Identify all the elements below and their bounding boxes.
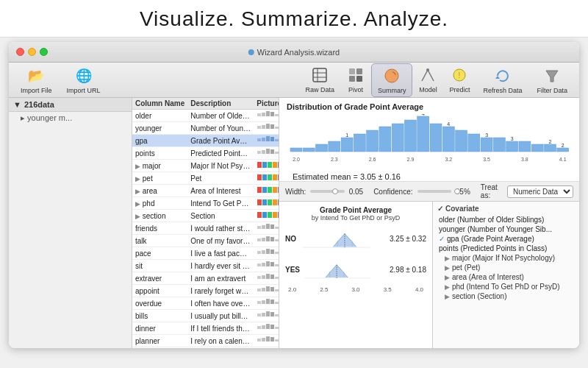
covariate-item[interactable]: points (Predicted Points in Class) [437, 244, 575, 253]
covariate-item[interactable]: ▶phd (Intend To Get PhD or PsyD) [437, 282, 575, 291]
table-row[interactable]: paceI live a fast paced life [132, 247, 279, 260]
sidebar-sub-item[interactable]: ▸ younger m... [9, 112, 132, 124]
cell-description: Pet [187, 172, 254, 185]
svg-rect-7 [356, 76, 362, 82]
import-file-button[interactable]: 📂 Import File [15, 64, 58, 96]
table-row[interactable]: overdueI often have overdue... [132, 297, 279, 310]
cell-picture [254, 110, 279, 122]
hero-heading: Visualize. Summarize. Analyze. [0, 0, 588, 38]
summary-button[interactable]: Summary [371, 63, 413, 97]
group-chart-panel: Grade Point Average by Intend To Get PhD… [279, 202, 432, 348]
filter-data-button[interactable]: Filter Data [531, 64, 573, 96]
width-slider[interactable] [310, 190, 344, 193]
svg-rect-43 [257, 174, 262, 180]
import-url-button[interactable]: 🌐 Import URL [61, 64, 107, 96]
cell-column-name: overdue [132, 297, 187, 310]
table-row[interactable]: youngerNumber of Younger... [132, 122, 279, 135]
covariate-label: Covariate [445, 205, 479, 213]
svg-rect-26 [257, 138, 261, 141]
svg-rect-119 [266, 336, 270, 342]
covariate-item[interactable]: ▶area (Area of Interest) [437, 272, 575, 282]
group-row-label: YES [285, 266, 300, 274]
table-row[interactable]: plannerI rely on a calendar /... [132, 335, 279, 347]
refresh-data-button[interactable]: Refresh Data [477, 64, 528, 96]
table-row[interactable]: sitI hardly ever sit arou... [132, 260, 279, 272]
table-row[interactable]: ▶ sectionSection [132, 210, 279, 222]
cell-description: I rarely forget when... [187, 285, 254, 297]
pivot-label: Pivot [348, 86, 363, 93]
table-row[interactable]: dinnerIf I tell friends that I... [132, 322, 279, 335]
svg-rect-32 [257, 151, 261, 154]
table-row[interactable]: pointsPredicted Points in... [132, 147, 279, 160]
cell-description: Grade Point Average [187, 135, 254, 147]
covariate-item[interactable]: younger (Number of Younger Sib... [437, 224, 575, 234]
svg-rect-131 [354, 134, 365, 152]
confidence-slider[interactable] [417, 190, 451, 193]
svg-rect-30 [275, 139, 279, 141]
model-label: Model [419, 86, 437, 93]
raw-data-label: Raw Data [305, 86, 334, 93]
svg-rect-0 [313, 68, 326, 82]
table-row[interactable]: olderNumber of Older Sib... [132, 110, 279, 122]
hero-text: Visualize. Summarize. Analyze. [140, 7, 448, 30]
raw-data-icon [310, 66, 329, 85]
cell-column-name: pace [132, 247, 187, 260]
distribution-chart: 2.02.312.62.9443.233.533.8224.1 [287, 114, 572, 167]
table-row[interactable]: appointI rarely forget when... [132, 285, 279, 297]
table-row[interactable]: friendsI would rather stay a... [132, 222, 279, 235]
maximize-button[interactable] [40, 48, 48, 56]
check-icon: ✓ [439, 235, 445, 243]
table-row[interactable]: ▶ majorMajor If Not Psychol... [132, 160, 279, 172]
covariate-item[interactable]: ▶pet (Pet) [437, 263, 575, 272]
table-row[interactable]: ▶ petPet [132, 172, 279, 185]
svg-rect-97 [275, 289, 279, 291]
svg-text:3.5: 3.5 [483, 157, 490, 162]
table-row[interactable]: gpaGrade Point Average [132, 135, 279, 147]
covariate-item-text: phd (Intend To Get PhD or PsyD) [452, 283, 560, 291]
estimated-mean: Estimated mean = 3.05 ± 0.16 [287, 170, 572, 181]
treat-as-select[interactable]: Numeric Data [507, 185, 573, 198]
width-value: 0.05 [349, 188, 363, 196]
covariate-item[interactable]: ▶section (Section) [437, 291, 575, 301]
table-row[interactable]: extraverI am an extravert [132, 272, 279, 285]
covariate-panel: ✓ Covariate older (Number of Older Sibli… [432, 202, 579, 348]
cell-description: If I tell friends that I... [187, 322, 254, 335]
svg-rect-67 [275, 227, 279, 229]
table-row[interactable]: billsI usually put bills nex... [132, 310, 279, 322]
cell-picture [254, 222, 279, 235]
svg-marker-13 [546, 71, 558, 82]
cell-column-name: friends [132, 222, 187, 235]
arrow-icon: ▶ [445, 293, 450, 300]
toolbar: 📂 Import File 🌐 Import URL Raw Data Pivo… [9, 63, 579, 98]
group-mini-curve [302, 224, 370, 252]
minimize-button[interactable] [28, 48, 36, 56]
close-button[interactable] [16, 48, 24, 56]
window-title: Wizard Analysis.wizard [248, 48, 340, 57]
predict-button[interactable]: ! Predict [443, 63, 476, 97]
svg-rect-38 [257, 162, 262, 168]
table-row[interactable]: ▶ areaArea of Interest [132, 185, 279, 197]
filter-icon [542, 66, 562, 85]
covariate-item[interactable]: older (Number of Older Siblings) [437, 215, 575, 224]
table-row[interactable]: talkOne of my favorite p... [132, 235, 279, 247]
predict-icon: ! [450, 66, 469, 85]
width-slider-thumb[interactable] [332, 188, 338, 194]
model-button[interactable]: Model [412, 63, 443, 97]
svg-rect-89 [266, 274, 270, 279]
cell-column-name: extraver [132, 272, 187, 285]
svg-rect-113 [266, 324, 270, 329]
cell-description: I hardly ever sit arou... [187, 260, 254, 272]
svg-rect-28 [266, 136, 270, 141]
svg-text:2.0: 2.0 [293, 157, 300, 162]
cell-column-name: planner [132, 335, 187, 347]
cell-picture [254, 197, 279, 210]
covariate-item[interactable]: ▶major (Major If Not Psychology) [437, 253, 575, 263]
confidence-slider-thumb[interactable] [454, 188, 460, 194]
covariate-item[interactable]: ✓gpa (Grade Point Average) [437, 234, 575, 244]
data-panel: Column Name Description Picture olderNum… [132, 98, 279, 348]
cell-column-name: points [132, 147, 187, 160]
pivot-button[interactable]: Pivot [340, 63, 371, 97]
raw-data-button[interactable]: Raw Data [299, 63, 340, 97]
table-row[interactable]: ▶ phdIntend To Get PhD o... [132, 197, 279, 210]
sidebar-title: 216data [24, 100, 54, 109]
